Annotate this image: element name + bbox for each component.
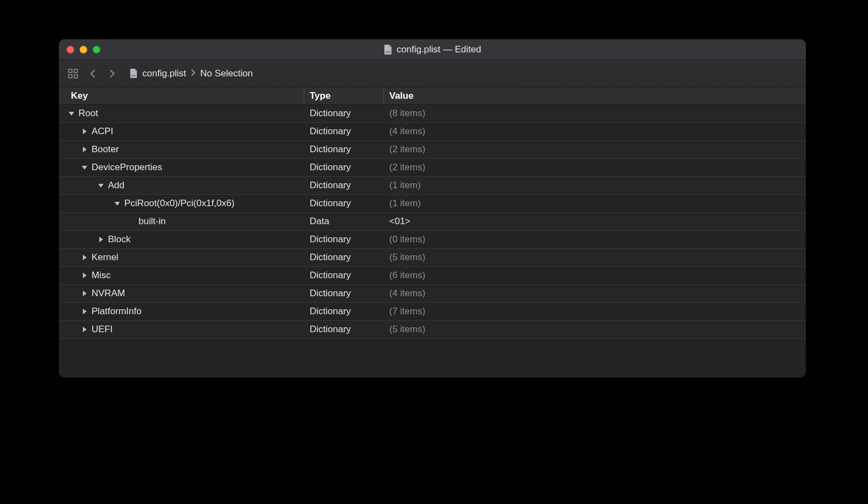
value-cell[interactable]: (4 items) <box>384 126 806 137</box>
svg-marker-15 <box>83 255 87 260</box>
key-cell[interactable]: Misc <box>59 270 304 281</box>
toolbar: config.plist No Selection <box>59 60 806 87</box>
disclosure-triangle-icon[interactable] <box>81 164 88 171</box>
value-label: <01> <box>389 216 411 226</box>
key-cell[interactable]: NVRAM <box>59 288 304 299</box>
key-cell[interactable]: UEFI <box>59 324 304 335</box>
nav-back-button[interactable] <box>86 67 99 80</box>
type-cell[interactable]: Dictionary <box>304 162 384 173</box>
type-label: Dictionary <box>310 180 351 190</box>
plist-row[interactable]: UEFIDictionary(5 items) <box>59 321 806 339</box>
disclosure-triangle-icon[interactable] <box>81 290 88 297</box>
plist-row[interactable]: MiscDictionary(6 items) <box>59 267 806 285</box>
key-cell[interactable]: Kernel <box>59 252 304 263</box>
type-cell[interactable]: Dictionary <box>304 252 384 263</box>
plist-row[interactable]: built-inData<01> <box>59 213 806 231</box>
type-cell[interactable]: Dictionary <box>304 198 384 209</box>
value-label: (2 items) <box>389 144 425 154</box>
disclosure-triangle-icon[interactable] <box>81 128 88 135</box>
svg-marker-16 <box>83 273 87 278</box>
value-cell[interactable]: (7 items) <box>384 306 806 317</box>
type-cell[interactable]: Dictionary <box>304 144 384 155</box>
value-label: (1 item) <box>389 198 421 208</box>
key-cell[interactable]: built-in <box>59 216 304 227</box>
type-cell[interactable]: Dictionary <box>304 126 384 137</box>
key-cell[interactable]: ACPI <box>59 126 304 137</box>
plist-row[interactable]: AddDictionary(1 item) <box>59 177 806 195</box>
view-mode-icon[interactable] <box>67 67 80 80</box>
plist-row[interactable]: ACPIDictionary(4 items) <box>59 123 806 141</box>
zoom-button[interactable] <box>93 46 100 53</box>
header-value[interactable]: Value <box>384 87 806 104</box>
disclosure-triangle-icon[interactable] <box>81 146 88 153</box>
svg-marker-12 <box>98 184 104 188</box>
disclosure-triangle-icon[interactable] <box>81 254 88 261</box>
disclosure-triangle-icon[interactable] <box>81 326 88 333</box>
breadcrumb-selection[interactable]: No Selection <box>200 68 252 79</box>
key-cell[interactable]: Booter <box>59 144 304 155</box>
plist-row[interactable]: PciRoot(0x0)/Pci(0x1f,0x6)Dictionary(1 i… <box>59 195 806 213</box>
key-cell[interactable]: Block <box>59 234 304 245</box>
key-label: Root <box>79 108 98 119</box>
titlebar[interactable]: config.plist — Edited <box>59 39 806 60</box>
value-cell[interactable]: (1 item) <box>384 198 806 209</box>
svg-marker-9 <box>83 129 87 134</box>
value-cell[interactable]: (4 items) <box>384 288 806 299</box>
value-cell[interactable]: (5 items) <box>384 324 806 335</box>
plist-row[interactable]: PlatformInfoDictionary(7 items) <box>59 303 806 321</box>
key-cell[interactable]: Root <box>59 108 304 119</box>
close-button[interactable] <box>67 46 74 53</box>
value-cell[interactable]: <01> <box>384 216 806 227</box>
plist-row[interactable]: NVRAMDictionary(4 items) <box>59 285 806 303</box>
type-cell[interactable]: Dictionary <box>304 234 384 245</box>
value-cell[interactable]: (1 item) <box>384 180 806 191</box>
type-cell[interactable]: Dictionary <box>304 288 384 299</box>
value-cell[interactable]: (6 items) <box>384 270 806 281</box>
svg-rect-7 <box>131 76 136 76</box>
disclosure-triangle-icon[interactable] <box>97 182 105 189</box>
disclosure-triangle-icon[interactable] <box>97 236 105 243</box>
type-cell[interactable]: Data <box>304 216 384 227</box>
disclosure-triangle-icon[interactable] <box>81 272 88 279</box>
type-cell[interactable]: Dictionary <box>304 324 384 335</box>
type-cell[interactable]: Dictionary <box>304 270 384 281</box>
plist-row[interactable]: DevicePropertiesDictionary(2 items) <box>59 159 806 177</box>
plist-row[interactable]: KernelDictionary(5 items) <box>59 249 806 267</box>
key-cell[interactable]: PlatformInfo <box>59 306 304 317</box>
plist-row[interactable]: RootDictionary(8 items) <box>59 105 806 123</box>
value-label: (0 items) <box>389 234 425 244</box>
svg-rect-2 <box>69 69 72 73</box>
disclosure-triangle-icon[interactable] <box>81 308 88 315</box>
type-label: Dictionary <box>310 324 351 334</box>
svg-rect-6 <box>131 75 136 75</box>
plist-tree[interactable]: RootDictionary(8 items)ACPIDictionary(4 … <box>59 105 806 377</box>
nav-forward-button[interactable] <box>106 67 119 80</box>
disclosure-triangle-icon[interactable] <box>68 110 75 117</box>
key-label: Add <box>108 180 124 191</box>
type-label: Dictionary <box>310 162 351 172</box>
type-cell[interactable]: Dictionary <box>304 306 384 317</box>
breadcrumb[interactable]: config.plist No Selection <box>130 68 253 79</box>
type-label: Dictionary <box>310 288 351 298</box>
svg-marker-14 <box>99 237 103 242</box>
plist-row[interactable]: BlockDictionary(0 items) <box>59 231 806 249</box>
key-cell[interactable]: DeviceProperties <box>59 162 304 173</box>
window-title: config.plist — Edited <box>59 44 806 55</box>
key-cell[interactable]: PciRoot(0x0)/Pci(0x1f,0x6) <box>59 198 304 209</box>
header-key[interactable]: Key <box>59 87 304 104</box>
value-cell[interactable]: (5 items) <box>384 252 806 263</box>
disclosure-triangle-icon[interactable] <box>113 200 121 207</box>
plist-row[interactable]: BooterDictionary(2 items) <box>59 141 806 159</box>
type-cell[interactable]: Dictionary <box>304 108 384 119</box>
header-type[interactable]: Type <box>304 87 384 104</box>
value-cell[interactable]: (2 items) <box>384 162 806 173</box>
type-cell[interactable]: Dictionary <box>304 180 384 191</box>
minimize-button[interactable] <box>80 46 87 53</box>
value-cell[interactable]: (0 items) <box>384 234 806 245</box>
key-cell[interactable]: Add <box>59 180 304 191</box>
breadcrumb-file[interactable]: config.plist <box>142 68 186 79</box>
key-label: Booter <box>92 144 119 155</box>
value-cell[interactable]: (2 items) <box>384 144 806 155</box>
value-label: (4 items) <box>389 126 425 136</box>
value-cell[interactable]: (8 items) <box>384 108 806 119</box>
